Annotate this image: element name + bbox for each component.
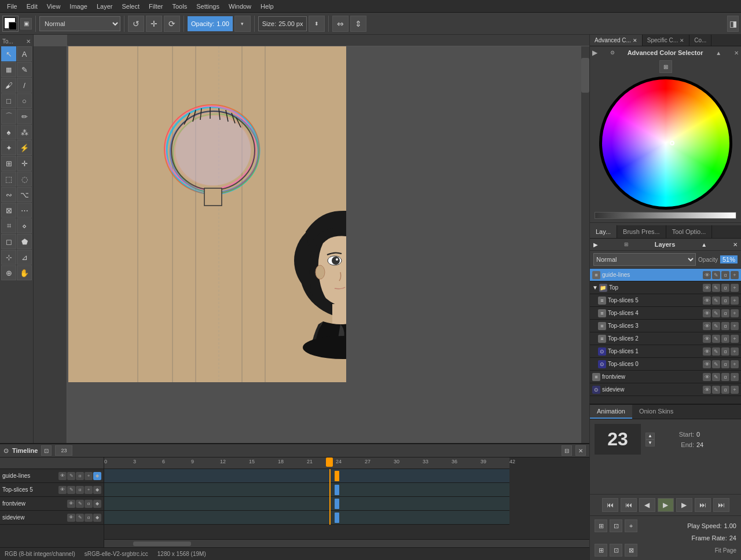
rp-tab-co[interactable]: Co... (689, 35, 711, 46)
tl-close-btn[interactable]: ✕ (575, 445, 586, 456)
tl-expand-btn[interactable]: ⊡ (41, 445, 52, 456)
panel-toggle-btn[interactable]: ◨ (727, 16, 739, 32)
lp-tab-tool-options[interactable]: Tool Optio... (666, 225, 713, 238)
reset-tool-btn[interactable]: ↺ (128, 16, 144, 32)
anim-extra-btn-1[interactable]: ⊞ (595, 544, 607, 557)
menu-layer[interactable]: Layer (92, 2, 118, 11)
layer-eye-icon[interactable]: 👁 (703, 347, 711, 356)
tool-ellipse[interactable]: ○ (17, 93, 32, 108)
tool-calligraphy[interactable]: ♠ (1, 125, 16, 140)
layer-add-icon[interactable]: + (731, 297, 739, 305)
layer-edit-icon[interactable]: ✎ (712, 386, 720, 394)
tool-contiguous[interactable]: ▦ (1, 62, 16, 77)
menu-file[interactable]: File (2, 2, 22, 11)
tool-eyedropper[interactable]: ✎ (17, 62, 32, 77)
layer-eye-icon[interactable]: 👁 (703, 284, 711, 292)
layer-top-slices-1[interactable]: ⊙ Top-slices 1 👁 ✎ α + (590, 345, 741, 358)
opacity-value[interactable]: 51% (720, 255, 738, 263)
tl-key-icon[interactable]: ◆ (93, 472, 101, 480)
tool-bezier[interactable]: ⌒ (1, 109, 16, 124)
tl-keyframe-top5[interactable] (335, 485, 339, 495)
layer-alpha-icon[interactable]: α (721, 386, 729, 394)
layer-alpha-icon[interactable]: α (721, 284, 729, 292)
anim-extra-btn-2[interactable]: ⊡ (610, 544, 622, 557)
tl-alpha-icon[interactable]: α (76, 486, 84, 494)
anim-tab-onion-skins[interactable]: Onion Skins (632, 405, 680, 419)
anim-bookmark-btn[interactable]: ⊡ (610, 519, 622, 532)
transport-prev-key-btn[interactable]: ⏮ (621, 498, 637, 512)
end-value[interactable]: 24 (696, 441, 703, 448)
menu-filter[interactable]: Filter (144, 2, 167, 11)
tl-frame-num-btn[interactable]: 23 (55, 445, 72, 456)
tl-alpha-icon[interactable]: α (85, 514, 93, 522)
layer-top-slices-3[interactable]: ≡ Top-slices 3 👁 ✎ α + (590, 320, 741, 332)
rp-tab-close-2[interactable]: ✕ (680, 38, 684, 43)
lp-tab-brush-presets[interactable]: Brush Pres... (617, 225, 666, 238)
canvas[interactable] (68, 46, 346, 382)
tool-freehand-path[interactable]: ✏ (17, 109, 32, 124)
group-expand-icon[interactable]: ▼ (592, 284, 598, 291)
layer-alpha-icon[interactable]: α (721, 309, 729, 317)
tool-colorize[interactable]: ⬟ (17, 234, 32, 249)
preset-icon[interactable]: ▣ (20, 18, 32, 30)
layer-edit-icon[interactable]: ✎ (712, 284, 720, 292)
anim-range-btn[interactable]: ⌖ (625, 519, 637, 532)
transport-first-btn[interactable]: ⏮ (602, 498, 618, 512)
tool-select-path[interactable]: ⋯ (17, 203, 32, 218)
rp-tab-specific-color[interactable]: Specific C...✕ (643, 35, 689, 46)
layer-eye-icon[interactable]: 👁 (703, 322, 711, 330)
tool-options-btn[interactable]: ✛ (146, 16, 162, 32)
opacity-arrow[interactable]: ▾ (234, 16, 251, 32)
tool-deform[interactable]: ⚡ (17, 140, 32, 155)
tl-keyframe-guide[interactable] (335, 471, 339, 481)
tl-edit-icon[interactable]: ✎ (67, 486, 75, 494)
layer-top-slices-5[interactable]: ≡ Top-slices 5 👁 ✎ α + (590, 294, 741, 307)
rp-tab-advanced-color[interactable]: Advanced C...✕ (590, 35, 643, 46)
tl-detach-btn[interactable]: ⊟ (562, 445, 572, 456)
menu-image[interactable]: Image (65, 2, 92, 11)
layer-add-icon[interactable]: + (731, 309, 739, 317)
layers-collapse[interactable]: ▲ (701, 241, 707, 248)
tool-zoom[interactable]: ⊕ (1, 265, 16, 280)
anim-loop-btn[interactable]: ⊞ (595, 519, 607, 532)
tool-smart-patch[interactable]: ✦ (1, 140, 16, 155)
mirror-h-btn[interactable]: ⇔ (332, 16, 349, 32)
transport-next-key-btn[interactable]: ⏭ (695, 498, 711, 512)
tl-alpha-icon[interactable]: α (85, 500, 93, 508)
blend-mode-select[interactable]: Normal (39, 16, 120, 31)
tool-cage[interactable]: ⋄ (17, 218, 32, 233)
lp-tab-layers[interactable]: Lay... (590, 225, 617, 238)
transport-last-btn[interactable]: ⏭ (713, 498, 729, 512)
color-selector-close[interactable]: ✕ (734, 50, 739, 56)
tool-text[interactable]: A (17, 46, 32, 61)
menu-help[interactable]: Help (256, 2, 278, 11)
tl-key-icon[interactable]: ◆ (93, 486, 101, 494)
tool-select-rect[interactable]: ⬚ (1, 171, 16, 186)
layer-alpha-icon[interactable]: α (721, 271, 729, 279)
tool-pan[interactable]: ✋ (17, 265, 32, 280)
layer-add-icon[interactable]: + (731, 386, 739, 394)
tl-row-guide-lines[interactable] (104, 469, 509, 483)
layer-edit-icon[interactable]: ✎ (712, 309, 720, 317)
tl-eye-icon[interactable]: 👁 (67, 514, 75, 522)
color-grid-btn[interactable]: ⊞ (659, 60, 672, 73)
tool-cursor[interactable]: ↖ (1, 46, 16, 61)
layer-edit-icon[interactable]: ✎ (712, 271, 720, 279)
color-selector-collapse[interactable]: ▲ (716, 50, 721, 56)
layer-frontview[interactable]: ≡ frontview 👁 ✎ α + (590, 371, 741, 383)
tl-lock-icon[interactable]: + (85, 472, 93, 480)
layer-alpha-icon[interactable]: α (721, 322, 729, 330)
layer-add-icon[interactable]: + (731, 284, 739, 292)
tool-warp[interactable]: ⌗ (1, 218, 16, 233)
anim-tab-animation[interactable]: Animation (590, 405, 632, 419)
layer-add-icon[interactable]: + (731, 335, 739, 343)
play-speed-value[interactable]: 1.00 (724, 522, 736, 529)
layer-alpha-icon[interactable]: α (721, 297, 729, 305)
layer-eye-icon[interactable]: 👁 (703, 373, 711, 381)
menu-window[interactable]: Window (224, 2, 256, 11)
layer-top-group[interactable]: ▼ 📁 Top 👁 ✎ α + (590, 281, 741, 294)
toolbox-pin[interactable]: ✕ (26, 38, 31, 45)
tl-frame-area[interactable] (104, 469, 509, 525)
tl-keyframe-front[interactable] (335, 499, 339, 509)
layer-edit-icon[interactable]: ✎ (712, 360, 720, 368)
